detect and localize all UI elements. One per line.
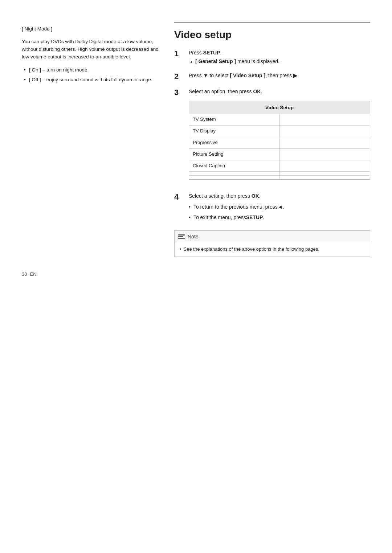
- step-4-bullets: To return to the previous menu, press ◄.…: [189, 203, 370, 222]
- step-1-main: Press SETUP.: [189, 50, 221, 56]
- step-1: 1 Press SETUP. ↳ [ General Setup ] menu …: [174, 49, 370, 66]
- step-number-4: 4: [174, 192, 185, 202]
- list-item: [ Off ] – enjoy surround sound with its …: [24, 76, 160, 84]
- step-4-main: Select a setting, then press OK.: [189, 193, 261, 199]
- page-layout: [ Night Mode ] You can play DVDs with Do…: [22, 22, 370, 257]
- note-bullets: See the explanations of the above option…: [180, 246, 365, 253]
- page-footer: 30 EN: [22, 271, 370, 277]
- step-4-bullet-2: To exit the menu, press SETUP.: [189, 214, 370, 222]
- steps-list: 1 Press SETUP. ↳ [ General Setup ] menu …: [174, 49, 370, 225]
- list-item: [ On ] – turn on night mode.: [24, 66, 160, 74]
- left-column: [ Night Mode ] You can play DVDs with Do…: [22, 22, 160, 257]
- step-2-content: Press ▼ to select [ Video Setup ], then …: [189, 71, 370, 79]
- note-bullet-1: See the explanations of the above option…: [180, 246, 365, 253]
- night-mode-list: [ On ] – turn on night mode. [ Off ] – e…: [22, 66, 160, 84]
- table-cell-empty2: [189, 176, 280, 180]
- step-1-arrow: ↳ [ General Setup ] menu is displayed.: [189, 57, 370, 65]
- table-cell-closed-caption: Closed Caption: [189, 160, 280, 172]
- video-setup-table: Video Setup TV System TV Display: [189, 101, 370, 180]
- table-row: Progressive: [189, 137, 370, 148]
- right-column: Video setup 1 Press SETUP. ↳ [ General S…: [174, 22, 370, 257]
- note-icon-line3: [178, 238, 185, 239]
- note-header: Note: [175, 231, 370, 242]
- step-4-content: Select a setting, then press OK. To retu…: [189, 192, 370, 225]
- page-lang: EN: [30, 271, 36, 277]
- step-4-bullet-1: To return to the previous menu, press ◄.: [189, 203, 370, 211]
- table-cell-progressive-val: [279, 137, 370, 148]
- table-row: TV System: [189, 114, 370, 125]
- table-header: Video Setup: [189, 101, 370, 114]
- step-1-sub: [ General Setup ] menu is displayed.: [195, 57, 279, 65]
- step-2: 2 Press ▼ to select [ Video Setup ], the…: [174, 71, 370, 82]
- section-title: Video setup: [174, 29, 370, 41]
- table-cell-tv-system-val: [279, 114, 370, 125]
- note-body: See the explanations of the above option…: [175, 242, 370, 257]
- note-icon-line2: [178, 236, 183, 237]
- arrow-symbol: ↳: [189, 57, 193, 65]
- step-3: 3 Select an option, then press OK. Video…: [174, 87, 370, 186]
- table-cell-tv-display-val: [279, 126, 370, 137]
- table-cell-progressive: Progressive: [189, 137, 280, 148]
- step-3-content: Select an option, then press OK. Video S…: [189, 87, 370, 186]
- step-number-2: 2: [174, 71, 185, 82]
- note-label: Note: [188, 234, 199, 239]
- table-cell-empty1-val: [279, 172, 370, 176]
- table-cell-empty1: [189, 172, 280, 176]
- step-2-main: Press ▼ to select [ Video Setup ], then …: [189, 73, 299, 78]
- table-row: Closed Caption: [189, 160, 370, 172]
- table-cell-tv-system: TV System: [189, 114, 280, 125]
- table-row: [189, 172, 370, 176]
- table-cell-picture-setting: Picture Setting: [189, 148, 280, 160]
- table-row: Picture Setting: [189, 148, 370, 160]
- page-number: 30: [22, 271, 27, 277]
- setup-bold: SETUP: [203, 50, 220, 56]
- note-icon: [178, 234, 185, 239]
- note-icon-line1: [178, 234, 185, 235]
- table-cell-picture-setting-val: [279, 148, 370, 160]
- table-cell-empty2-val: [279, 176, 370, 180]
- note-box: Note See the explanations of the above o…: [174, 230, 370, 257]
- step-3-main: Select an option, then press OK.: [189, 89, 262, 94]
- table-cell-closed-caption-val: [279, 160, 370, 172]
- table-row: [189, 176, 370, 180]
- step-4: 4 Select a setting, then press OK. To re…: [174, 192, 370, 225]
- table-row: TV Display: [189, 126, 370, 137]
- table-cell-tv-display: TV Display: [189, 126, 280, 137]
- step-number-1: 1: [174, 49, 185, 59]
- step-number-3: 3: [174, 87, 185, 98]
- night-mode-description: You can play DVDs with Dolby Digital mod…: [22, 38, 160, 61]
- step-1-content: Press SETUP. ↳ [ General Setup ] menu is…: [189, 49, 370, 66]
- night-mode-title: [ Night Mode ]: [22, 25, 160, 33]
